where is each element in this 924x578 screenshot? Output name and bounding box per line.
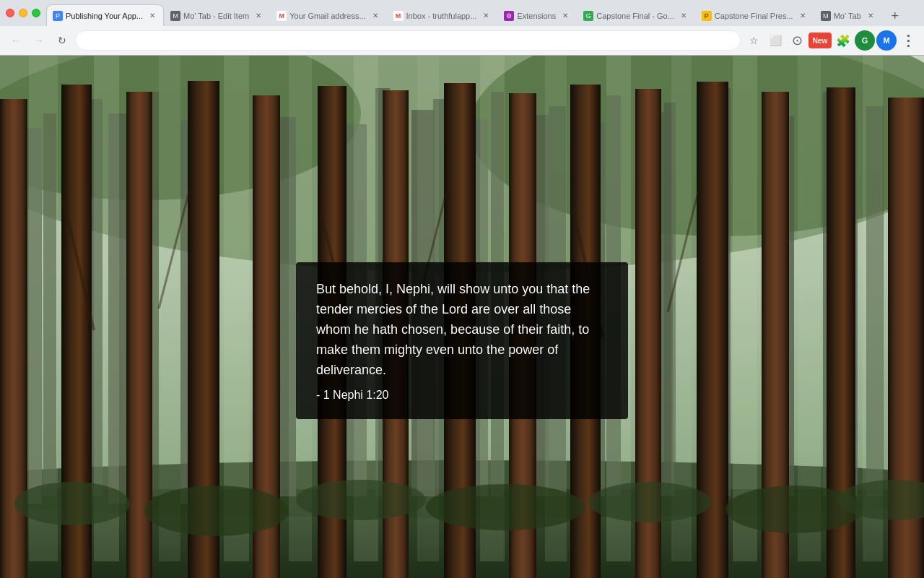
tab-favicon-7: P — [702, 11, 712, 21]
tab-close-3[interactable]: ✕ — [370, 11, 380, 21]
account-circle-button[interactable]: ⊙ — [787, 30, 807, 51]
svg-rect-53 — [159, 56, 180, 561]
svg-rect-62 — [733, 56, 757, 561]
svg-point-66 — [144, 486, 289, 536]
quote-text: But behold, I, Nephi, will show unto you… — [316, 280, 608, 380]
maximize-window-button[interactable] — [32, 9, 40, 17]
new-tab-button[interactable]: + — [885, 6, 905, 26]
svg-rect-54 — [224, 56, 249, 561]
tab-close-6[interactable]: ✕ — [679, 11, 689, 21]
tab-close-2[interactable]: ✕ — [253, 11, 263, 21]
tab-label-4: Inbox - truthfulapp... — [406, 12, 477, 20]
tab-favicon-1: P — [53, 11, 63, 21]
tab-favicon-6: G — [583, 11, 593, 21]
tab-close-1[interactable]: ✕ — [147, 11, 157, 21]
svg-point-65 — [14, 482, 130, 525]
tab-gmail-address[interactable]: M Your Gmail address... ✕ — [270, 4, 386, 26]
tab-bar: P Publishing Your App... ✕ M Mo' Tab - E… — [0, 0, 924, 26]
tab-label-3: Your Gmail address... — [289, 12, 365, 20]
screen-cast-button[interactable]: ⬜ — [765, 30, 785, 51]
profile-blue-button[interactable]: M — [876, 30, 897, 51]
toolbar-right: ☆ ⬜ ⊙ New 🧩 G M ⋮ — [744, 30, 918, 51]
page-content: But behold, I, Nephi, will show unto you… — [0, 56, 924, 578]
browser-toolbar: ← → ↻ ☆ ⬜ ⊙ New 🧩 G M ⋮ — [0, 26, 924, 55]
more-menu-button[interactable]: ⋮ — [898, 30, 918, 51]
tab-publishing-your-app[interactable]: P Publishing Your App... ✕ — [46, 4, 164, 26]
tab-mo-tab-edit[interactable]: M Mo' Tab - Edit Item ✕ — [164, 4, 270, 26]
address-input[interactable] — [83, 35, 733, 46]
new-feature-button[interactable]: New — [808, 33, 832, 48]
bookmark-button[interactable]: ☆ — [744, 30, 764, 51]
tab-label-7: Capstone Final Pres... — [715, 12, 793, 20]
tab-favicon-2: M — [170, 11, 180, 21]
tab-capstone-pres[interactable]: P Capstone Final Pres... ✕ — [695, 4, 814, 26]
tab-extensions[interactable]: ⚙ Extensions ✕ — [497, 4, 577, 26]
tab-favicon-3: M — [276, 11, 287, 21]
svg-point-69 — [588, 482, 711, 522]
tab-close-5[interactable]: ✕ — [560, 11, 570, 21]
address-bar[interactable] — [75, 30, 741, 51]
tab-close-8[interactable]: ✕ — [866, 11, 876, 21]
traffic-lights — [0, 0, 46, 26]
extensions-button[interactable]: 🧩 — [833, 30, 853, 51]
quote-attribution: - 1 Nephi 1:20 — [316, 389, 608, 402]
browser-chrome: P Publishing Your App... ✕ M Mo' Tab - E… — [0, 0, 924, 56]
minimize-window-button[interactable] — [19, 9, 27, 17]
svg-point-68 — [426, 484, 585, 530]
tab-capstone-go[interactable]: G Capstone Final - Go... ✕ — [577, 4, 695, 26]
tab-label-1: Publishing Your App... — [66, 12, 143, 20]
tab-close-4[interactable]: ✕ — [481, 11, 491, 21]
close-window-button[interactable] — [6, 9, 14, 17]
svg-point-67 — [296, 480, 426, 520]
tab-favicon-8: M — [821, 11, 831, 21]
svg-rect-63 — [798, 56, 821, 561]
reload-button[interactable]: ↻ — [52, 30, 72, 51]
tab-label-5: Extensions — [517, 12, 556, 20]
back-button[interactable]: ← — [6, 30, 26, 51]
quote-box: But behold, I, Nephi, will show unto you… — [296, 262, 628, 419]
forward-button[interactable]: → — [29, 30, 49, 51]
profile-green-button[interactable]: G — [855, 30, 875, 51]
tab-close-7[interactable]: ✕ — [798, 11, 808, 21]
tab-inbox-truthful[interactable]: M Inbox - truthfulapp... ✕ — [387, 4, 498, 26]
tab-favicon-5: ⚙ — [504, 11, 514, 21]
tab-favicon-4: M — [393, 11, 404, 21]
tab-label-6: Capstone Final - Go... — [596, 12, 674, 20]
tab-mo-tab[interactable]: M Mo' Tab ✕ — [814, 4, 882, 26]
tab-label-8: Mo' Tab — [834, 12, 861, 20]
tab-label-2: Mo' Tab - Edit Item — [183, 12, 249, 20]
